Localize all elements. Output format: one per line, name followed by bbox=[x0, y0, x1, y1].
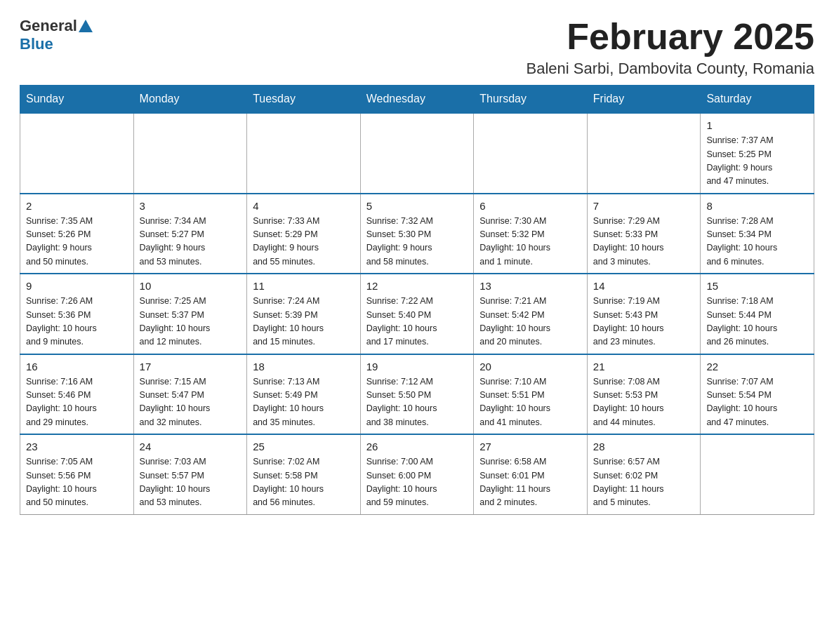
calendar-cell: 17Sunrise: 7:15 AMSunset: 5:47 PMDayligh… bbox=[133, 354, 247, 435]
day-number: 5 bbox=[366, 200, 468, 212]
weekday-header-thursday: Thursday bbox=[474, 86, 588, 114]
day-info: Sunrise: 7:21 AMSunset: 5:42 PMDaylight:… bbox=[479, 295, 581, 349]
calendar-cell: 25Sunrise: 7:02 AMSunset: 5:58 PMDayligh… bbox=[247, 434, 361, 514]
day-number: 1 bbox=[706, 119, 808, 131]
day-info: Sunrise: 7:29 AMSunset: 5:33 PMDaylight:… bbox=[593, 215, 695, 269]
location-subtitle: Baleni Sarbi, Dambovita County, Romania bbox=[527, 60, 814, 78]
calendar-cell: 4Sunrise: 7:33 AMSunset: 5:29 PMDaylight… bbox=[247, 194, 361, 274]
calendar-week-3: 9Sunrise: 7:26 AMSunset: 5:36 PMDaylight… bbox=[20, 274, 814, 354]
day-info: Sunrise: 7:35 AMSunset: 5:26 PMDaylight:… bbox=[26, 215, 128, 269]
day-info: Sunrise: 7:05 AMSunset: 5:56 PMDaylight:… bbox=[26, 455, 128, 510]
calendar-cell: 8Sunrise: 7:28 AMSunset: 5:34 PMDaylight… bbox=[701, 194, 814, 274]
calendar-table: SundayMondayTuesdayWednesdayThursdayFrid… bbox=[20, 85, 814, 515]
day-info: Sunrise: 7:07 AMSunset: 5:54 PMDaylight:… bbox=[706, 375, 808, 430]
day-number: 24 bbox=[140, 441, 241, 452]
day-info: Sunrise: 7:03 AMSunset: 5:57 PMDaylight:… bbox=[140, 455, 241, 510]
logo-blue-text: Blue bbox=[20, 35, 53, 53]
calendar-header-row: SundayMondayTuesdayWednesdayThursdayFrid… bbox=[20, 86, 814, 114]
calendar-cell: 10Sunrise: 7:25 AMSunset: 5:37 PMDayligh… bbox=[133, 274, 247, 354]
weekday-header-saturday: Saturday bbox=[701, 86, 814, 114]
calendar-cell: 16Sunrise: 7:16 AMSunset: 5:46 PMDayligh… bbox=[20, 354, 134, 435]
day-number: 4 bbox=[253, 200, 355, 212]
calendar-cell: 1Sunrise: 7:37 AMSunset: 5:25 PMDaylight… bbox=[701, 113, 814, 194]
calendar-cell: 20Sunrise: 7:10 AMSunset: 5:51 PMDayligh… bbox=[474, 354, 588, 435]
title-block: February 2025 Baleni Sarbi, Dambovita Co… bbox=[527, 17, 814, 78]
day-number: 18 bbox=[253, 361, 355, 373]
day-info: Sunrise: 7:37 AMSunset: 5:25 PMDaylight:… bbox=[706, 134, 808, 189]
day-number: 7 bbox=[593, 200, 695, 212]
day-number: 28 bbox=[593, 441, 695, 452]
calendar-cell bbox=[587, 113, 701, 194]
calendar-week-2: 2Sunrise: 7:35 AMSunset: 5:26 PMDaylight… bbox=[20, 194, 814, 274]
day-info: Sunrise: 7:33 AMSunset: 5:29 PMDaylight:… bbox=[253, 215, 355, 269]
calendar-cell: 27Sunrise: 6:58 AMSunset: 6:01 PMDayligh… bbox=[474, 434, 588, 514]
day-info: Sunrise: 7:08 AMSunset: 5:53 PMDaylight:… bbox=[593, 375, 695, 430]
day-number: 25 bbox=[253, 441, 355, 452]
calendar-cell: 28Sunrise: 6:57 AMSunset: 6:02 PMDayligh… bbox=[587, 434, 701, 514]
day-number: 9 bbox=[26, 280, 128, 292]
day-number: 12 bbox=[366, 280, 468, 292]
day-info: Sunrise: 7:26 AMSunset: 5:36 PMDaylight:… bbox=[26, 295, 128, 349]
day-info: Sunrise: 7:10 AMSunset: 5:51 PMDaylight:… bbox=[479, 375, 581, 430]
day-info: Sunrise: 7:16 AMSunset: 5:46 PMDaylight:… bbox=[26, 375, 128, 430]
day-number: 6 bbox=[479, 200, 581, 212]
day-info: Sunrise: 7:02 AMSunset: 5:58 PMDaylight:… bbox=[253, 455, 355, 510]
day-info: Sunrise: 7:28 AMSunset: 5:34 PMDaylight:… bbox=[706, 215, 808, 269]
day-info: Sunrise: 7:15 AMSunset: 5:47 PMDaylight:… bbox=[140, 375, 241, 430]
day-info: Sunrise: 7:22 AMSunset: 5:40 PMDaylight:… bbox=[366, 295, 468, 349]
page-header: General Blue February 2025 Baleni Sarbi,… bbox=[20, 17, 814, 78]
calendar-cell: 18Sunrise: 7:13 AMSunset: 5:49 PMDayligh… bbox=[247, 354, 361, 435]
calendar-cell bbox=[247, 113, 361, 194]
calendar-cell: 14Sunrise: 7:19 AMSunset: 5:43 PMDayligh… bbox=[587, 274, 701, 354]
logo-triangle-icon bbox=[79, 20, 93, 32]
day-number: 13 bbox=[479, 280, 581, 292]
day-number: 8 bbox=[706, 200, 808, 212]
day-number: 22 bbox=[706, 361, 808, 373]
calendar-cell: 9Sunrise: 7:26 AMSunset: 5:36 PMDaylight… bbox=[20, 274, 134, 354]
calendar-cell bbox=[360, 113, 474, 194]
weekday-header-tuesday: Tuesday bbox=[247, 86, 361, 114]
day-number: 27 bbox=[479, 441, 581, 452]
calendar-cell: 6Sunrise: 7:30 AMSunset: 5:32 PMDaylight… bbox=[474, 194, 588, 274]
day-info: Sunrise: 6:58 AMSunset: 6:01 PMDaylight:… bbox=[479, 455, 581, 510]
calendar-cell: 12Sunrise: 7:22 AMSunset: 5:40 PMDayligh… bbox=[360, 274, 474, 354]
calendar-cell: 5Sunrise: 7:32 AMSunset: 5:30 PMDaylight… bbox=[360, 194, 474, 274]
day-number: 17 bbox=[140, 361, 241, 373]
day-info: Sunrise: 7:18 AMSunset: 5:44 PMDaylight:… bbox=[706, 295, 808, 349]
calendar-week-5: 23Sunrise: 7:05 AMSunset: 5:56 PMDayligh… bbox=[20, 434, 814, 514]
day-info: Sunrise: 7:25 AMSunset: 5:37 PMDaylight:… bbox=[140, 295, 241, 349]
day-number: 10 bbox=[140, 280, 241, 292]
day-number: 19 bbox=[366, 361, 468, 373]
day-info: Sunrise: 7:24 AMSunset: 5:39 PMDaylight:… bbox=[253, 295, 355, 349]
calendar-cell: 7Sunrise: 7:29 AMSunset: 5:33 PMDaylight… bbox=[587, 194, 701, 274]
day-number: 3 bbox=[140, 200, 241, 212]
weekday-header-wednesday: Wednesday bbox=[360, 86, 474, 114]
logo: General Blue bbox=[20, 17, 94, 53]
day-info: Sunrise: 7:34 AMSunset: 5:27 PMDaylight:… bbox=[140, 215, 241, 269]
day-info: Sunrise: 6:57 AMSunset: 6:02 PMDaylight:… bbox=[593, 455, 695, 510]
day-number: 11 bbox=[253, 280, 355, 292]
calendar-cell: 15Sunrise: 7:18 AMSunset: 5:44 PMDayligh… bbox=[701, 274, 814, 354]
page-title: February 2025 bbox=[527, 17, 814, 57]
day-info: Sunrise: 7:12 AMSunset: 5:50 PMDaylight:… bbox=[366, 375, 468, 430]
day-number: 26 bbox=[366, 441, 468, 452]
calendar-cell: 2Sunrise: 7:35 AMSunset: 5:26 PMDaylight… bbox=[20, 194, 134, 274]
weekday-header-monday: Monday bbox=[133, 86, 247, 114]
calendar-week-1: 1Sunrise: 7:37 AMSunset: 5:25 PMDaylight… bbox=[20, 113, 814, 194]
calendar-cell: 24Sunrise: 7:03 AMSunset: 5:57 PMDayligh… bbox=[133, 434, 247, 514]
day-number: 15 bbox=[706, 280, 808, 292]
calendar-cell: 13Sunrise: 7:21 AMSunset: 5:42 PMDayligh… bbox=[474, 274, 588, 354]
day-number: 23 bbox=[26, 441, 128, 452]
logo-general-text: General bbox=[20, 17, 77, 35]
day-number: 16 bbox=[26, 361, 128, 373]
calendar-cell: 21Sunrise: 7:08 AMSunset: 5:53 PMDayligh… bbox=[587, 354, 701, 435]
day-info: Sunrise: 7:00 AMSunset: 6:00 PMDaylight:… bbox=[366, 455, 468, 510]
day-number: 21 bbox=[593, 361, 695, 373]
day-info: Sunrise: 7:13 AMSunset: 5:49 PMDaylight:… bbox=[253, 375, 355, 430]
calendar-cell bbox=[474, 113, 588, 194]
day-number: 2 bbox=[26, 200, 128, 212]
weekday-header-sunday: Sunday bbox=[20, 86, 134, 114]
calendar-cell: 26Sunrise: 7:00 AMSunset: 6:00 PMDayligh… bbox=[360, 434, 474, 514]
calendar-cell bbox=[20, 113, 134, 194]
day-info: Sunrise: 7:19 AMSunset: 5:43 PMDaylight:… bbox=[593, 295, 695, 349]
